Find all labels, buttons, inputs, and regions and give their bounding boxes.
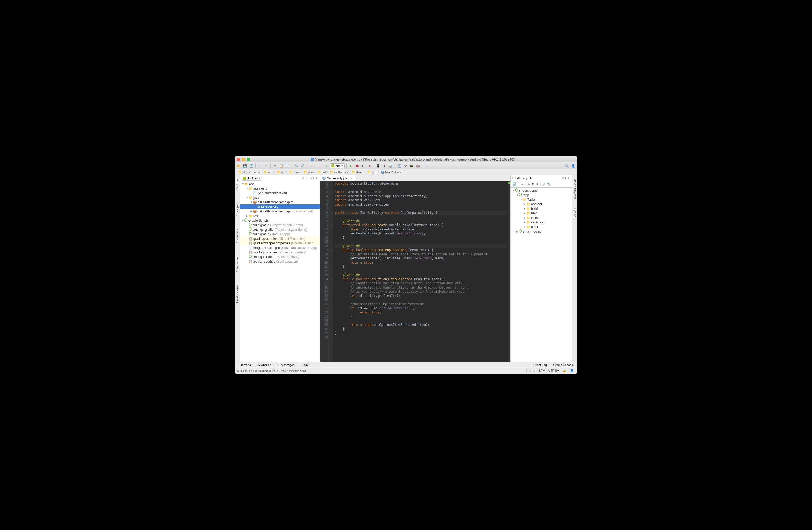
run-icon[interactable]: ▶ (348, 163, 353, 169)
user-icon[interactable]: 👤 (570, 163, 576, 169)
expand-icon[interactable]: ⇔ (306, 176, 308, 180)
breadcrumb-item[interactable]: 📁app (262, 169, 275, 175)
tree-node[interactable]: build.gradle(Module: app) (240, 232, 320, 236)
breadcrumb-item[interactable]: 📁demo (350, 169, 365, 175)
debug-icon[interactable]: 🐞 (354, 163, 360, 169)
replace-icon[interactable]: 🔎 (300, 163, 305, 169)
breadcrumb-item[interactable]: 📁main (287, 169, 302, 175)
lock-icon[interactable]: 🔓 (561, 368, 568, 373)
tool-window-tab[interactable]: Captures (235, 176, 240, 193)
bottom-tab[interactable]: ▪TODO (296, 362, 311, 368)
breadcrumb-item[interactable]: 📁gcm (365, 169, 379, 175)
breadcrumb-item[interactable]: 📁net (316, 169, 328, 175)
zoom-window-button[interactable] (247, 158, 250, 161)
tree-node[interactable]: 📋gradle.properties(Global Properties) (240, 236, 320, 241)
gradle-settings-icon[interactable]: ⚙▾ (562, 176, 566, 180)
fold-gutter[interactable]: ⊟⊟⊟⊟⊟⊟ (330, 181, 333, 362)
cut-icon[interactable]: ✂ (272, 163, 278, 169)
caret-position[interactable]: 16:14 (526, 368, 537, 373)
search-everywhere-icon[interactable]: 🔍 (564, 163, 570, 169)
bottom-tab[interactable]: ▪0: Messages (273, 362, 296, 368)
gradle-tree-node[interactable]: ▼:app (511, 193, 572, 197)
tree-node[interactable]: 📋local.properties(SDK Location) (240, 259, 320, 264)
project-structure-icon[interactable]: ⚙ (403, 163, 408, 169)
tree-node[interactable]: ▼📂app (240, 182, 320, 186)
open-icon[interactable]: 📂 (236, 163, 242, 169)
bottom-tab[interactable]: ▪Terminal (236, 362, 253, 368)
status-icon[interactable]: ▦ (237, 369, 240, 372)
tool-window-tab[interactable]: 7: Structure (235, 226, 240, 246)
tool-window-tab[interactable]: 1: Project (235, 201, 240, 218)
undo-icon[interactable]: ↶ (257, 163, 263, 169)
avd-icon[interactable]: 📱 (376, 163, 381, 169)
settings-icon[interactable]: ⚙▾ (310, 176, 315, 180)
gradle-hide-icon[interactable]: ⊟ (568, 176, 570, 180)
gradle-tree-node[interactable]: ▶sf-gcm-demo (511, 229, 572, 234)
project-view-selector[interactable]: Android ▾ (242, 176, 262, 181)
gradle-tree-node[interactable]: ▶📁verification (511, 220, 572, 225)
tree-node[interactable]: build.gradle(Project: sf-gcm-demo) (240, 223, 320, 227)
tool-window-tab[interactable]: Maven Projects (573, 176, 577, 201)
bottom-tab[interactable]: ▪Gradle Console (549, 362, 576, 368)
gradle-tree[interactable]: ▼sf-gcm-demo▼:app▼📁Tasks▶📁android▶📁build… (511, 188, 572, 362)
collapse-icon[interactable]: ⊙ (302, 176, 304, 180)
expand-all-icon[interactable]: ⇈ (532, 183, 534, 186)
stop-icon[interactable]: ■ (367, 163, 372, 169)
editor-tab[interactable]: C MainActivity.java × (320, 175, 355, 181)
file-encoding[interactable]: UTF-8≑ (547, 368, 561, 373)
help-icon[interactable]: ? (424, 163, 429, 169)
close-tab-icon[interactable]: × (351, 176, 352, 180)
sync-project-icon[interactable]: 🔄 (397, 163, 402, 169)
remove-icon[interactable]: − (521, 183, 523, 186)
bottom-tab[interactable]: ▪Event Log (529, 362, 549, 368)
tree-node[interactable]: ▼📦net.saltfactory.demo.gcm (240, 200, 320, 204)
gradle-tree-node[interactable]: ▼sf-gcm-demo (511, 188, 572, 193)
toggle-icon[interactable]: ⇄ (542, 183, 545, 186)
tree-node[interactable]: ▶📦net.saltfactory.demo.gcm(androidTest) (240, 209, 320, 214)
execute-icon[interactable]: ⊙ (527, 183, 530, 186)
close-window-button[interactable] (237, 158, 240, 161)
tool-window-tab[interactable]: Build Variants (235, 283, 240, 305)
bottom-tab[interactable]: ▪6: Android (253, 362, 273, 368)
refresh-icon[interactable]: 🔄 (512, 183, 516, 186)
tree-node[interactable]: 📋gradle.properties(Project Properties) (240, 250, 320, 255)
add-icon[interactable]: + (518, 183, 520, 186)
breadcrumb-item[interactable]: 📁sf-gcm-demo (236, 169, 262, 175)
save-icon[interactable]: 💾 (242, 163, 248, 169)
project-tree[interactable]: ▼📂app▼📁manifests📄AndroidManifest.xml▼📁ja… (240, 181, 320, 362)
gradle-tree-node[interactable]: ▶📁build (511, 206, 572, 211)
collapse-all-icon[interactable]: ⇊ (536, 183, 539, 186)
monitor-icon[interactable]: 📊 (388, 163, 393, 169)
sdk-icon[interactable]: ⬇ (382, 163, 387, 169)
gradle-tree-node[interactable]: ▼📁Tasks (511, 197, 572, 202)
tree-node[interactable]: settings.gradle(Project: sf-gcm-demo) (240, 227, 320, 232)
tool-window-tab[interactable]: Gradle (573, 206, 577, 219)
android-icon[interactable]: 🤖 (415, 163, 420, 169)
tree-node[interactable]: 📄AndroidManifest.xml (240, 191, 320, 195)
tree-node[interactable]: settings.gradle(Project Settings) (240, 255, 320, 259)
line-separator[interactable]: LF≑ (537, 368, 547, 373)
insp-icon[interactable]: 👤 (568, 368, 575, 373)
find-icon[interactable]: 🔍 (293, 163, 299, 169)
tree-node[interactable]: ▼Gradle Scripts (240, 218, 320, 223)
gradle-tree-node[interactable]: ▶📁install (511, 215, 572, 220)
device-icon[interactable]: 📟 (409, 163, 414, 169)
breadcrumb-item[interactable]: 📁src (275, 169, 287, 175)
copy-icon[interactable]: 📋 (278, 163, 284, 169)
code-editor[interactable]: 1234567891011121314151617181920212223242… (320, 181, 510, 362)
attach-icon[interactable]: ⏵ (361, 163, 366, 169)
gradle-tree-node[interactable]: ▶📁other (511, 225, 572, 229)
code-content[interactable]: package net.saltfactory.demo.gcm;import … (333, 181, 508, 362)
hide-icon[interactable]: ⊟ (316, 176, 318, 180)
tree-node[interactable]: ▼📁manifests (240, 186, 320, 191)
redo-icon[interactable]: ↷ (263, 163, 269, 169)
gradle-wrench-icon[interactable]: 🔧 (547, 183, 551, 186)
tree-node[interactable]: ▶📁res (240, 214, 320, 218)
breadcrumb-item[interactable]: CMainActivity (379, 169, 403, 175)
tree-node[interactable]: 📄proguard-rules.pro(ProGuard Rules for a… (240, 245, 320, 250)
tool-window-tab[interactable]: 2: Favorites (235, 255, 240, 274)
tree-node[interactable]: 📋gradle-wrapper.properties(Gradle Versio… (240, 241, 320, 245)
forward-icon[interactable]: → (315, 163, 320, 169)
breadcrumb-item[interactable]: 📁java (302, 169, 316, 175)
run-config-selector[interactable]: app ▾ (330, 163, 345, 168)
